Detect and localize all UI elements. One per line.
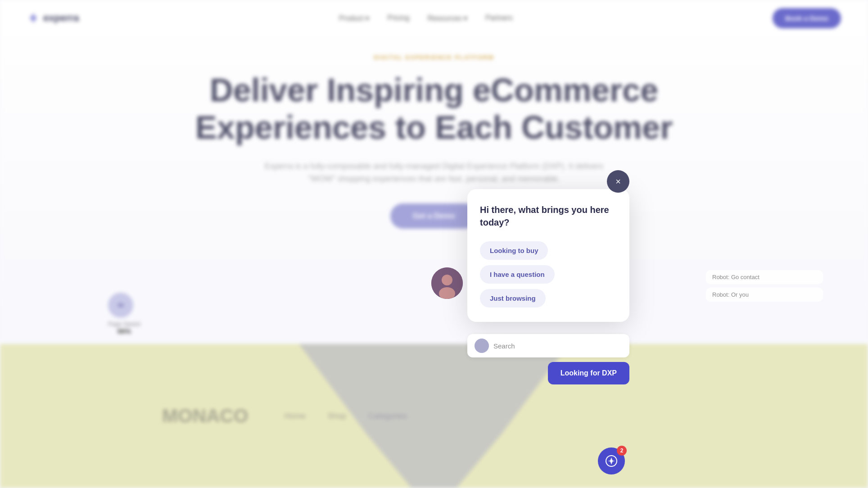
widget-badge: 2	[617, 446, 627, 456]
option-have-a-question[interactable]: I have a question	[480, 265, 555, 284]
chat-item-2: Robot: Or you	[706, 288, 823, 302]
speed-circle: 99	[108, 293, 133, 318]
close-icon: ×	[615, 176, 621, 187]
book-demo-button[interactable]: Book a Demo	[773, 8, 841, 28]
chat-popup: Hi there, what brings you here today? Lo…	[467, 189, 629, 322]
nav-resources[interactable]: Resources ▾	[427, 14, 467, 23]
hero-title: Deliver Inspiring eCommerce Experiences …	[90, 72, 778, 146]
background-page: experra Product ▾ Pricing Resources ▾ Pa…	[0, 0, 868, 488]
chat-item-1: Robot: Go contact	[706, 270, 823, 284]
chat-greeting: Hi there, what brings you here today?	[480, 203, 617, 229]
looking-for-dxp-button[interactable]: Looking for DXP	[548, 362, 629, 384]
page-speed-value: 99%	[108, 327, 140, 335]
nav-links: Product ▾ Pricing Resources ▾ Partners	[339, 14, 513, 23]
page-speed-badge: 99 Page Speed 99%	[108, 293, 140, 335]
page-speed-label: Page Speed	[108, 321, 140, 327]
avatar-svg	[431, 267, 463, 299]
option-just-browsing[interactable]: Just browsing	[480, 289, 546, 307]
right-chat-items: Robot: Go contact Robot: Or you	[706, 270, 823, 305]
chat-options: Looking to buy I have a question Just br…	[480, 241, 617, 307]
search-avatar	[475, 339, 489, 353]
chat-bottom-area: Search Looking for DXP	[467, 334, 629, 384]
navbar: experra Product ▾ Pricing Resources ▾ Pa…	[0, 0, 868, 36]
nav-product[interactable]: Product ▾	[339, 14, 370, 23]
widget-button[interactable]: 2	[598, 447, 625, 474]
logo-text: experra	[43, 12, 79, 24]
agent-avatar	[431, 267, 463, 299]
nav-pricing[interactable]: Pricing	[387, 14, 409, 22]
nav-partners[interactable]: Partners	[485, 14, 512, 22]
chat-widget[interactable]: 2	[598, 447, 625, 474]
logo-icon	[27, 12, 40, 24]
logo: experra	[27, 12, 79, 24]
close-button[interactable]: ×	[607, 170, 629, 193]
agent-avatar-image	[431, 267, 463, 299]
search-text: Search	[493, 342, 515, 350]
hero-subtitle: Experra is a fully-composable and fully-…	[254, 160, 614, 186]
svg-marker-6	[608, 460, 615, 462]
hero-section: DIGITAL EXPERIENCE PLATFORM Deliver Insp…	[0, 54, 868, 229]
hero-badge: DIGITAL EXPERIENCE PLATFORM	[90, 54, 778, 61]
option-looking-to-buy[interactable]: Looking to buy	[480, 241, 548, 260]
chat-search-row: Search	[467, 334, 629, 357]
get-demo-button[interactable]: Get a Demo	[390, 203, 478, 229]
bottom-bar: MONACO Home Shop Categories	[0, 344, 868, 488]
store-name: MONACO	[162, 405, 248, 427]
svg-point-2	[442, 275, 452, 285]
compass-icon	[605, 455, 618, 467]
